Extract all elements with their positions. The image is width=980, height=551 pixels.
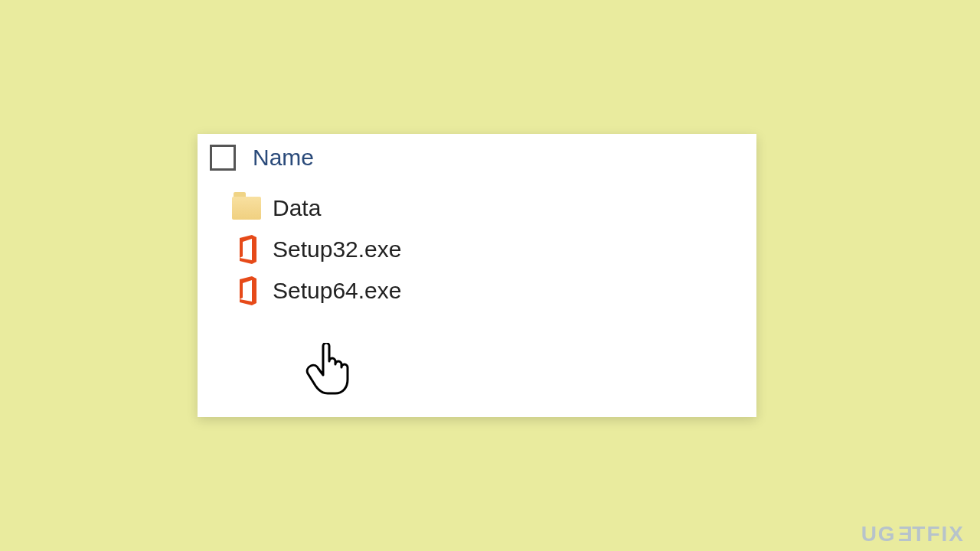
- column-header-name[interactable]: Name: [253, 145, 314, 171]
- file-list: Data Setup32.exe Setup64.exe: [198, 183, 756, 311]
- file-name-label: Data: [273, 195, 321, 221]
- file-name-label: Setup32.exe: [273, 236, 401, 262]
- list-item[interactable]: Setup64.exe: [231, 270, 756, 311]
- select-all-checkbox[interactable]: [210, 145, 236, 171]
- office-icon: [231, 276, 262, 306]
- watermark-text: TFIX: [912, 522, 965, 546]
- column-header-row: Name: [198, 134, 756, 183]
- watermark-text: UG: [861, 522, 897, 546]
- list-item[interactable]: Setup32.exe: [231, 229, 756, 270]
- watermark-text: E: [897, 522, 913, 546]
- file-explorer-panel: Name Data Setup32.exe: [198, 134, 756, 417]
- list-item[interactable]: Data: [231, 187, 756, 229]
- folder-icon: [231, 193, 262, 223]
- file-name-label: Setup64.exe: [273, 278, 401, 304]
- watermark-logo: UGETFIX: [861, 522, 965, 546]
- office-icon: [231, 234, 262, 265]
